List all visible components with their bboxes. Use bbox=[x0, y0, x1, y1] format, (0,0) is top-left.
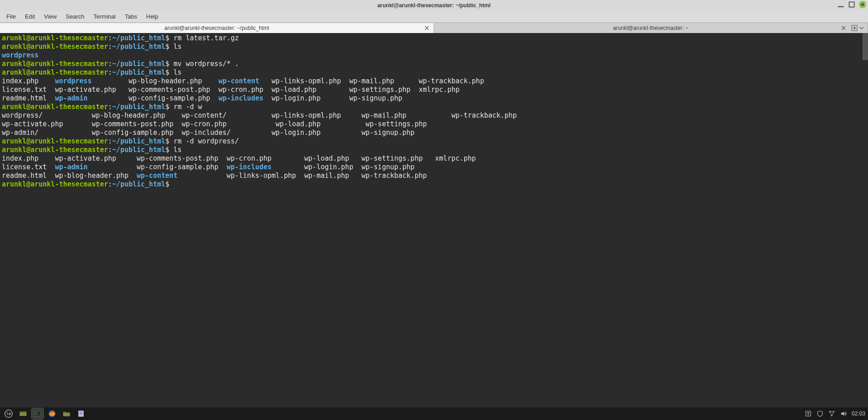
prompt-user: arunkl@arunkl-thesecmaster bbox=[2, 103, 108, 111]
window-minimize-button[interactable] bbox=[837, 1, 844, 8]
tab-completion: wp-load.php bbox=[276, 120, 320, 128]
ls-file: wp-links-opml.php bbox=[272, 77, 341, 85]
tab-completion: wp-activate.php bbox=[2, 120, 63, 128]
menu-start-icon[interactable]: lm bbox=[3, 408, 14, 419]
cmd-7: ls bbox=[173, 146, 181, 154]
show-desktop-icon[interactable] bbox=[17, 408, 29, 419]
terminal-output[interactable]: arunkl@arunkl-thesecmaster:~/public_html… bbox=[0, 33, 868, 190]
ls-file: wp-cron.php bbox=[227, 154, 272, 162]
ls-file: wp-trackback.php bbox=[419, 77, 484, 85]
window-maximize-button[interactable] bbox=[848, 1, 855, 8]
tab-completion: wp-blog-header.php bbox=[92, 111, 166, 119]
menu-terminal[interactable]: Terminal bbox=[90, 12, 119, 21]
prompt-dollar: $ bbox=[165, 60, 173, 68]
prompt-path: ~/public_html bbox=[112, 34, 165, 42]
tray-update-icon[interactable] bbox=[805, 410, 812, 417]
ls-file: wp-signup.php bbox=[362, 163, 415, 171]
tab-completion: wp-trackback.php bbox=[451, 111, 517, 119]
ls-file: wp-blog-header.php bbox=[129, 77, 202, 85]
ls-file: wp-config-sample.php bbox=[129, 94, 210, 102]
taskbar-notes-icon[interactable] bbox=[75, 408, 87, 419]
prompt-path: ~/public_html bbox=[112, 43, 165, 51]
tab-dropdown-icon[interactable] bbox=[859, 26, 864, 30]
menubar: File Edit View Search Terminal Tabs Help bbox=[0, 11, 868, 23]
prompt-path: ~/public_html bbox=[112, 180, 165, 188]
tab-2-title: arunkl@arunkl-thesecmaster: ~ bbox=[613, 25, 688, 31]
tab-2[interactable]: arunkl@arunkl-thesecmaster: ~ bbox=[434, 23, 868, 33]
tab-completion: wp-config-sample.php bbox=[92, 129, 174, 137]
tab-2-close-icon[interactable] bbox=[840, 25, 847, 31]
ls-file: wp-activate.php bbox=[55, 154, 116, 162]
taskbar-terminal-icon[interactable]: $_ bbox=[32, 408, 43, 419]
menu-file[interactable]: File bbox=[3, 12, 19, 21]
terminal-scrollbar[interactable] bbox=[863, 33, 868, 408]
menu-tabs[interactable]: Tabs bbox=[121, 12, 141, 21]
prompt-user: arunkl@arunkl-thesecmaster bbox=[2, 60, 108, 68]
tray-network-icon[interactable] bbox=[828, 410, 835, 417]
taskbar-clock[interactable]: 02:03 bbox=[852, 410, 865, 417]
tray-shield-icon[interactable] bbox=[816, 410, 824, 417]
prompt-user: arunkl@arunkl-thesecmaster bbox=[2, 34, 108, 42]
ls-file: wp-mail.php bbox=[349, 77, 394, 85]
ls-file: wp-signup.php bbox=[349, 94, 402, 102]
ls-file: wp-comments-post.php bbox=[129, 86, 210, 94]
tab-completion: wp-links-opml.php bbox=[272, 111, 341, 119]
svg-text:$_: $_ bbox=[35, 412, 39, 415]
menu-view[interactable]: View bbox=[40, 12, 60, 21]
ls-file: wp-login.php bbox=[272, 94, 320, 102]
ls-file: wp-load.php bbox=[304, 154, 349, 162]
prompt-path: ~/public_html bbox=[112, 137, 165, 145]
cmd-4: ls bbox=[173, 68, 181, 76]
cmd-2: ls bbox=[173, 43, 181, 51]
taskbar-firefox-icon[interactable] bbox=[46, 408, 58, 419]
tab-1[interactable]: arunkl@arunkl-thesecmaster: ~/public_htm… bbox=[0, 23, 434, 33]
cmd-6: rm -d wordpress/ bbox=[173, 137, 239, 145]
ls-file: wp-load.php bbox=[272, 86, 316, 94]
menu-search[interactable]: Search bbox=[62, 12, 88, 21]
prompt-sep: : bbox=[108, 180, 112, 188]
scrollbar-thumb[interactable] bbox=[863, 33, 868, 60]
window-close-button[interactable] bbox=[859, 1, 866, 8]
ls-dir: wp-admin bbox=[55, 94, 87, 102]
ls-file: wp-settings.php bbox=[362, 154, 423, 162]
tab-completion: wp-comments-post.php bbox=[92, 120, 174, 128]
ls-dir: wp-content bbox=[219, 77, 259, 85]
prompt-sep: : bbox=[108, 103, 112, 111]
ls-file: wp-mail.php bbox=[304, 172, 349, 180]
ls-dir: wp-includes bbox=[219, 94, 263, 102]
tab-completion: wp-login.php bbox=[272, 129, 320, 137]
tray-volume-icon[interactable] bbox=[840, 410, 847, 417]
prompt-dollar: $ bbox=[165, 43, 173, 51]
cmd-1: rm latest.tar.gz bbox=[173, 34, 239, 42]
prompt-user: arunkl@arunkl-thesecmaster bbox=[2, 68, 108, 76]
svg-line-29 bbox=[832, 412, 834, 416]
prompt-sep: : bbox=[108, 68, 112, 76]
tab-new-icon[interactable] bbox=[851, 25, 858, 31]
cmd-5: rm -d w bbox=[173, 103, 202, 111]
menu-help[interactable]: Help bbox=[143, 12, 162, 21]
tab-completion: wordpress/ bbox=[2, 111, 43, 119]
ls-dir: wp-content bbox=[137, 172, 177, 180]
prompt-dollar: $ bbox=[165, 180, 173, 188]
svg-rect-18 bbox=[63, 412, 66, 413]
prompt-path: ~/public_html bbox=[112, 146, 165, 154]
prompt-path: ~/public_html bbox=[112, 60, 165, 68]
tab-1-close-icon[interactable] bbox=[424, 25, 430, 31]
prompt-sep: : bbox=[108, 146, 112, 154]
taskbar-left: lm $_ bbox=[3, 408, 87, 419]
taskbar-right: 02:03 bbox=[805, 410, 865, 417]
ls-dir: wp-admin bbox=[55, 163, 87, 171]
prompt-dollar: $ bbox=[165, 137, 173, 145]
menu-edit[interactable]: Edit bbox=[21, 12, 38, 21]
tab-actions bbox=[851, 25, 864, 31]
svg-marker-31 bbox=[841, 412, 844, 416]
prompt-user: arunkl@arunkl-thesecmaster bbox=[2, 137, 108, 145]
ls-file: index.php bbox=[2, 77, 38, 85]
taskbar: lm $_ 02:03 bbox=[0, 407, 868, 420]
ls-file: wp-activate.php bbox=[55, 86, 116, 94]
taskbar-files-icon[interactable] bbox=[61, 408, 72, 419]
ls-dir: wordpress bbox=[2, 51, 38, 59]
ls-file: wp-blog-header.php bbox=[55, 172, 129, 180]
window-titlebar: arunkl@arunkl-thesecmaster: ~/public_htm… bbox=[0, 0, 868, 11]
terminal-view[interactable]: arunkl@arunkl-thesecmaster:~/public_html… bbox=[0, 33, 868, 408]
